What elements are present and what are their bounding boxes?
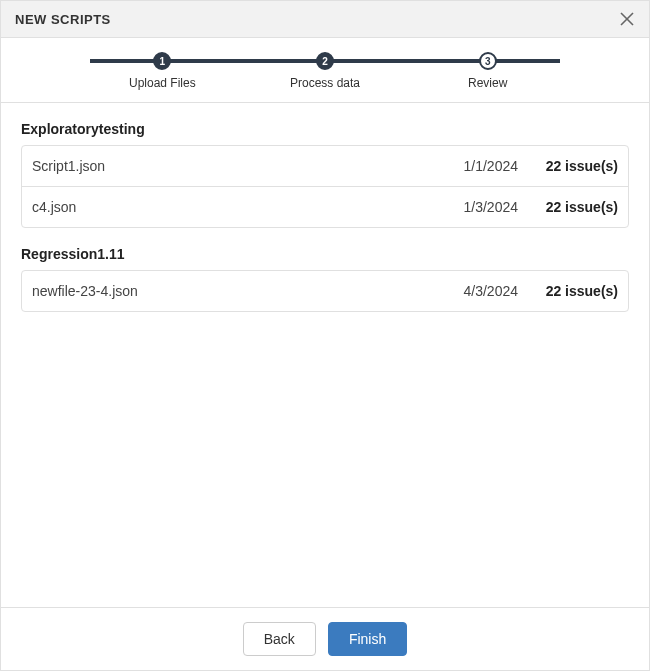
step-upload-files: 1 Upload Files [81, 52, 244, 90]
file-issues: 22 issue(s) [518, 158, 618, 174]
file-date: 4/3/2024 [428, 283, 518, 299]
script-group: Regression1.11newfile-23-4.json4/3/20242… [21, 246, 629, 312]
step-circle: 3 [479, 52, 497, 70]
file-issues: 22 issue(s) [518, 199, 618, 215]
back-button[interactable]: Back [243, 622, 316, 656]
dialog-title: NEW SCRIPTS [15, 12, 111, 27]
file-list: Script1.json1/1/202422 issue(s)c4.json1/… [21, 145, 629, 228]
file-name: newfile-23-4.json [32, 283, 428, 299]
file-row: Script1.json1/1/202422 issue(s) [22, 146, 628, 187]
dialog-header: NEW SCRIPTS [1, 1, 649, 38]
step-circle: 1 [153, 52, 171, 70]
step-label: Review [468, 76, 507, 90]
file-date: 1/1/2024 [428, 158, 518, 174]
file-row: newfile-23-4.json4/3/202422 issue(s) [22, 271, 628, 311]
file-issues: 22 issue(s) [518, 283, 618, 299]
group-title: Regression1.11 [21, 246, 629, 262]
wizard-stepper: 1 Upload Files 2 Process data 3 Review [1, 38, 649, 103]
step-process-data: 2 Process data [244, 52, 407, 90]
step-circle: 2 [316, 52, 334, 70]
close-icon[interactable] [619, 11, 635, 27]
file-date: 1/3/2024 [428, 199, 518, 215]
step-label: Process data [290, 76, 360, 90]
review-content: ExploratorytestingScript1.json1/1/202422… [1, 103, 649, 607]
file-row: c4.json1/3/202422 issue(s) [22, 187, 628, 227]
script-group: ExploratorytestingScript1.json1/1/202422… [21, 121, 629, 228]
step-label: Upload Files [129, 76, 196, 90]
dialog-footer: Back Finish [1, 607, 649, 670]
file-name: Script1.json [32, 158, 428, 174]
finish-button[interactable]: Finish [328, 622, 407, 656]
file-name: c4.json [32, 199, 428, 215]
step-review: 3 Review [406, 52, 569, 90]
group-title: Exploratorytesting [21, 121, 629, 137]
file-list: newfile-23-4.json4/3/202422 issue(s) [21, 270, 629, 312]
